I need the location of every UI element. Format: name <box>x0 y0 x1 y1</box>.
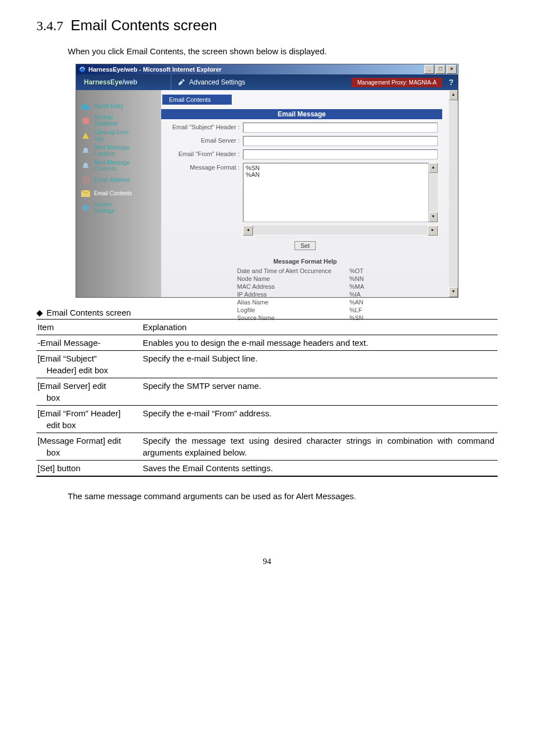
email-server-label: Email Server : <box>167 136 243 144</box>
maximize-button[interactable]: □ <box>435 65 446 74</box>
at-icon <box>81 175 91 185</box>
table-row: Node Name%NN <box>232 275 377 283</box>
wrench-icon <box>178 78 186 87</box>
sidebar-item-alert-message-contents[interactable]: Alert Message Contents <box>76 159 161 173</box>
table-row: [Email “From” Header]edit box Specify th… <box>36 406 498 433</box>
scroll-up-icon[interactable]: ▴ <box>449 90 458 100</box>
table-row: Logfile%LF <box>232 306 377 314</box>
app-header: HarnessEye/web Advanced Settings Managem… <box>76 74 458 90</box>
section-title: Email Contents screen <box>71 17 217 34</box>
advanced-settings-label: Advanced Settings <box>189 78 245 86</box>
brand-logo: HarnessEye/web <box>76 78 171 86</box>
sidebar-item-screen-settings[interactable]: Screen Settings <box>76 201 161 215</box>
message-format-help-title: Message Format Help <box>161 258 449 265</box>
message-format-textarea[interactable]: %SN %AN <box>243 163 429 222</box>
section-number: 3.4.7 <box>36 18 63 33</box>
textarea-scrollbar-horizontal[interactable]: ◂ ▸ <box>243 226 438 234</box>
page-number: 94 <box>36 557 498 566</box>
email-message-banner: Email Message <box>161 109 442 119</box>
table-row: Alias Name%AN <box>232 298 377 306</box>
bell-icon <box>81 161 91 171</box>
textarea-scrollbar-vertical[interactable]: ▴ ▾ <box>429 163 438 222</box>
main-content: Email Contents Email Message Email "Subj… <box>161 90 449 297</box>
scroll-right-icon[interactable]: ▸ <box>428 226 438 236</box>
from-header-label: Email "From" Header : <box>167 149 243 157</box>
table-row: -Email Message- Enables you to design th… <box>36 335 498 351</box>
table-row: [Set] button Saves the Email Contents se… <box>36 461 498 477</box>
monitor-icon <box>81 203 91 213</box>
intro-text: When you click Email Contents, the scree… <box>68 46 498 56</box>
window-titlebar: HarnessEye/web - Microsoft Internet Expl… <box>76 64 458 74</box>
section-heading: 3.4.7 Email Contents screen <box>36 17 498 34</box>
scroll-up-icon[interactable]: ▴ <box>429 163 438 173</box>
table-row: Date and Time of Alert Occurrence%OT <box>232 267 377 275</box>
message-format-label: Message Format : <box>167 163 243 171</box>
table-row: [Email Server] editbox Specify the SMTP … <box>36 378 498 406</box>
table-row: [Email “Subject”Header] edit box Specify… <box>36 351 498 378</box>
scroll-left-icon[interactable]: ◂ <box>243 226 253 236</box>
subject-header-label: Email "Subject" Header : <box>167 123 243 130</box>
ie-icon <box>78 65 86 73</box>
sidebar-item-agent-entry[interactable]: Agent Entry <box>76 100 161 112</box>
email-contents-chip: Email Contents <box>162 95 232 105</box>
scroll-down-icon[interactable]: ▾ <box>449 287 458 297</box>
folder-icon <box>81 101 91 111</box>
database-icon <box>81 116 91 126</box>
email-server-input[interactable] <box>243 136 438 146</box>
advanced-settings-tab[interactable]: Advanced Settings <box>171 74 252 90</box>
warning-icon <box>81 131 91 141</box>
minimize-button[interactable]: _ <box>424 65 434 74</box>
svg-point-3 <box>85 179 87 182</box>
sidebar-item-alert-message-location[interactable]: Alert Message Location <box>76 144 161 158</box>
table-row: Source Name%SN <box>232 314 377 322</box>
management-proxy-badge: Management Proxy: MAGNIA-A <box>352 78 442 87</box>
footer-note: The same message command arguments can b… <box>68 491 498 501</box>
table-row: [Message Format] editbox Specify the mes… <box>36 433 498 461</box>
sidebar: Agent Entry Backup Database Cleanup Erro… <box>76 90 161 297</box>
sidebar-item-email-contents[interactable]: Email Contents <box>76 187 161 200</box>
screenshot: HarnessEye/web - Microsoft Internet Expl… <box>76 64 498 298</box>
help-icon[interactable]: ? <box>444 78 458 87</box>
svg-rect-6 <box>85 210 87 212</box>
subject-header-input[interactable] <box>243 123 438 133</box>
bell-icon <box>81 146 91 156</box>
col-item: Item <box>36 320 142 335</box>
page-scrollbar-vertical[interactable]: ▴ ▾ <box>449 90 458 297</box>
message-format-help-table: Date and Time of Alert Occurrence%OT Nod… <box>232 267 377 322</box>
email-contents-items-table: Item Explanation -Email Message- Enables… <box>36 319 498 477</box>
table-row: IP Address%IA <box>232 290 377 298</box>
ie-window: HarnessEye/web - Microsoft Internet Expl… <box>76 64 458 298</box>
from-header-input[interactable] <box>243 149 438 159</box>
close-button[interactable]: × <box>447 65 457 74</box>
window-title: HarnessEye/web - Microsoft Internet Expl… <box>88 66 222 73</box>
envelope-icon <box>81 189 91 199</box>
scroll-down-icon[interactable]: ▾ <box>429 212 438 222</box>
sidebar-item-cleanup-error-log[interactable]: Cleanup Error Log <box>76 129 161 143</box>
set-button[interactable]: Set <box>294 241 316 250</box>
sidebar-item-email-address[interactable]: Email Address <box>76 174 161 186</box>
table-row: MAC Address%MA <box>232 283 377 290</box>
svg-rect-5 <box>82 205 89 210</box>
sidebar-item-backup-database[interactable]: Backup Database <box>76 114 161 128</box>
